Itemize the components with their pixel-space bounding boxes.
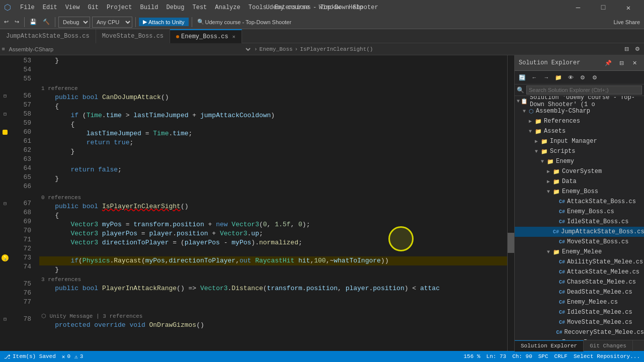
tab-close-icon[interactable]: ✕ bbox=[232, 34, 235, 40]
se-folder-button[interactable]: 📁 bbox=[553, 72, 564, 83]
tree-idlestate-boss[interactable]: C# IdleState_Boss.cs bbox=[515, 217, 644, 227]
code-line-73: if(Physics.Raycast(myPos,directionToPlay… bbox=[39, 256, 507, 265]
tree-item-label: DeadState_Melee.cs bbox=[567, 289, 632, 296]
tab-git-changes[interactable]: Git Changes bbox=[584, 340, 633, 351]
status-left: ⎇ Item(s) Saved ✕ 0 ⚠ 3 bbox=[4, 353, 83, 360]
status-repository[interactable]: Select Repository... bbox=[574, 353, 640, 359]
se-close-button[interactable]: ✕ bbox=[629, 57, 640, 68]
status-right: 156 % Ln: 73 Ch: 90 SPC CRLF Select Repo… bbox=[464, 353, 640, 359]
nav-collapse-button[interactable]: ⊟ bbox=[622, 45, 631, 53]
tree-item-label: Enemy bbox=[556, 158, 574, 165]
tree-scripts[interactable]: ▼ 📁 Scripts bbox=[515, 146, 644, 156]
tab-movestate[interactable]: MoveState_Boss.cs bbox=[96, 29, 170, 43]
maximize-button[interactable]: □ bbox=[592, 0, 615, 15]
tree-solution-root[interactable]: ▼ 📋 Solution 'Udemy course - Top-Down Sh… bbox=[515, 96, 644, 106]
toolbar-separator-1 bbox=[24, 17, 25, 27]
tree-references[interactable]: ▶ 📁 References bbox=[515, 116, 644, 126]
se-collapse-button[interactable]: ⊟ bbox=[616, 57, 627, 68]
code-content[interactable]: } 1 reference public bool CanDoJumpAttac… bbox=[35, 55, 507, 351]
tree-idlestate-melee[interactable]: C# IdleState_Melee.cs bbox=[515, 307, 644, 317]
tree-attackstate-melee[interactable]: C# AttackState_Melee.cs bbox=[515, 267, 644, 277]
menu-view[interactable]: View bbox=[62, 3, 83, 12]
collapse-56-icon[interactable]: ⊟ bbox=[4, 93, 7, 99]
tree-chasestate-melee[interactable]: C# ChaseState_Melee.cs bbox=[515, 277, 644, 287]
code-editor[interactable]: ⊟ ⊟ ⊟ bbox=[0, 55, 514, 351]
status-git[interactable]: ⎇ Item(s) Saved bbox=[4, 353, 56, 360]
se-show-all-button[interactable]: 👁 bbox=[565, 72, 576, 83]
collapse-58-icon[interactable]: ⊟ bbox=[4, 111, 7, 117]
tab-label: MoveState_Boss.cs bbox=[102, 33, 164, 40]
tree-enemy-boss-cs[interactable]: C# Enemy_Boss.cs bbox=[515, 207, 644, 217]
scroll-thumb[interactable] bbox=[508, 233, 514, 253]
collapse-78-icon[interactable]: ⊟ bbox=[4, 316, 7, 322]
zoom-level[interactable]: 156 % bbox=[464, 353, 480, 359]
warning-icon: ⚠ bbox=[74, 353, 78, 360]
linenum-ref2 bbox=[10, 191, 31, 199]
code-scrollbar[interactable] bbox=[507, 55, 514, 351]
toolbar-build[interactable]: 🔨 bbox=[41, 18, 52, 26]
margin-61 bbox=[0, 137, 10, 146]
menu-project[interactable]: Project bbox=[104, 3, 135, 12]
assembly-dropdown[interactable]: Assembly-CSharp bbox=[7, 46, 252, 53]
tab-solution-explorer[interactable]: Solution Explorer bbox=[515, 340, 584, 351]
toolbar-undo[interactable]: ↩ bbox=[2, 18, 11, 26]
tree-attackstate-boss[interactable]: C# AttackState_Boss.cs bbox=[515, 197, 644, 207]
code-line-75: public bool PlayerInAttackRange() => Vec… bbox=[39, 284, 507, 293]
menu-debug[interactable]: Debug bbox=[163, 3, 187, 12]
linenum-71: 71 bbox=[10, 235, 31, 244]
attach-to-unity-button[interactable]: ▶ Attach to Unity bbox=[139, 18, 189, 26]
status-line-ending: CRLF bbox=[554, 353, 568, 359]
code-line-76 bbox=[39, 293, 507, 302]
toolbar-redo[interactable]: ↪ bbox=[13, 18, 21, 26]
expand-icon: ▶ bbox=[529, 118, 535, 124]
tree-enemy-melee-cs[interactable]: C# Enemy_Melee.cs bbox=[515, 297, 644, 307]
cpu-dropdown[interactable]: Any CPU bbox=[92, 17, 132, 28]
linenum-53: 53 bbox=[10, 56, 31, 65]
tab-enemyboss[interactable]: Enemy_Boss.cs ✕ bbox=[170, 29, 242, 43]
se-sync-button[interactable]: 🔄 bbox=[517, 72, 528, 83]
collapse-67-icon[interactable]: ⊟ bbox=[4, 201, 7, 207]
margin-68 bbox=[0, 208, 10, 217]
se-filter-button[interactable]: ⚙ bbox=[577, 72, 588, 83]
tree-assets[interactable]: ▼ 📁 Assets bbox=[515, 126, 644, 136]
tree-coversystem[interactable]: ▶ 📁 CoverSystem bbox=[515, 166, 644, 176]
tree-input-manager[interactable]: ▶ 📁 Input Manager bbox=[515, 136, 644, 146]
nav-bar: ⊞ Assembly-CSharp › Enemy_Boss › IsPlaye… bbox=[0, 43, 644, 55]
tree-recoverystate-melee[interactable]: C# RecoveryState_Melee.cs bbox=[515, 327, 644, 337]
menu-edit[interactable]: Edit bbox=[40, 3, 60, 12]
nav-settings-button[interactable]: ⚙ bbox=[633, 45, 642, 53]
tree-abilitystate-melee[interactable]: C# AbilityState_Melee.cs bbox=[515, 257, 644, 267]
menu-file[interactable]: File bbox=[17, 3, 38, 12]
minimize-button[interactable]: — bbox=[567, 0, 590, 15]
tree-jumpattackstate-boss[interactable]: C# JumpAttackState_Boss.cs bbox=[515, 227, 644, 237]
tree-enemy-melee-folder[interactable]: ▼ 📁 Enemy_Melee bbox=[515, 247, 644, 257]
code-line-55 bbox=[39, 74, 507, 83]
solution-label: Solution 'Udemy course - Top-Down Shoote… bbox=[530, 96, 644, 108]
menu-test[interactable]: Test bbox=[190, 3, 210, 12]
debug-config-dropdown[interactable]: Debug bbox=[58, 17, 90, 28]
se-pin-button[interactable]: 📌 bbox=[603, 57, 614, 68]
live-share-button[interactable]: Live Share bbox=[611, 18, 642, 26]
toolbar-save[interactable]: 💾 bbox=[28, 18, 39, 26]
menu-git[interactable]: Git bbox=[85, 3, 102, 12]
solution-search-input[interactable] bbox=[526, 85, 642, 95]
tree-data[interactable]: ▶ 📁 Data bbox=[515, 176, 644, 187]
se-settings-button[interactable]: ⚙ bbox=[589, 72, 600, 83]
code-line-67: public bool IsPlayerInClearSight() bbox=[39, 202, 507, 211]
tree-movestate-boss[interactable]: C# MoveState_Boss.cs bbox=[515, 237, 644, 247]
status-errors[interactable]: ✕ 0 ⚠ 3 bbox=[62, 353, 83, 360]
se-back-button[interactable]: ← bbox=[529, 72, 540, 83]
tree-enemy-boss-folder[interactable]: ▼ 📁 Enemy_Boss bbox=[515, 187, 644, 197]
tree-movestate-melee[interactable]: C# MoveState_Melee.cs bbox=[515, 317, 644, 327]
se-forward-button[interactable]: → bbox=[541, 72, 552, 83]
hint-icon-73[interactable]: 💡 bbox=[2, 254, 9, 261]
close-button[interactable]: ✕ bbox=[617, 0, 640, 15]
menu-analyze[interactable]: Analyze bbox=[212, 3, 243, 12]
app-icon: ⬡ bbox=[4, 3, 11, 13]
tree-deadstate-melee[interactable]: C# DeadState_Melee.cs bbox=[515, 287, 644, 297]
menu-build[interactable]: Build bbox=[137, 3, 161, 12]
tree-enemy[interactable]: ▼ 📁 Enemy bbox=[515, 156, 644, 166]
tab-jumpattackstate[interactable]: JumpAttackState_Boss.cs bbox=[0, 29, 96, 43]
code-line-64: return false; bbox=[39, 165, 507, 174]
search-button[interactable]: 🔍 Udemy course - Top-Down Shooter bbox=[195, 18, 294, 26]
